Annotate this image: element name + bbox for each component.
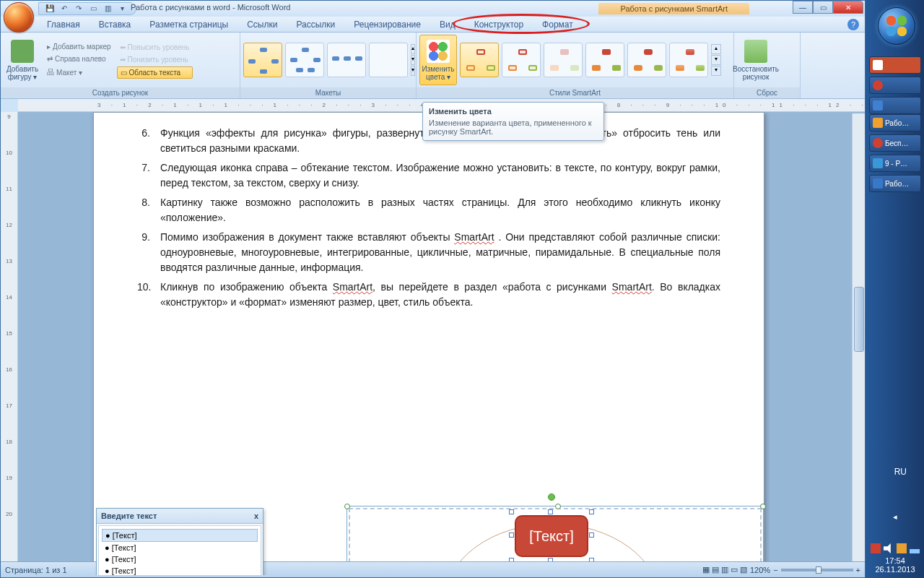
textpane-item[interactable]: ● [Текст] [102, 553, 258, 565]
taskbar-app[interactable]: Рабо… [869, 175, 921, 192]
gallery-up[interactable]: ▴ [711, 44, 721, 54]
tab-references[interactable]: Ссылки [238, 17, 286, 32]
reset-button[interactable]: Восстановить рисунок [737, 35, 775, 85]
undo-icon[interactable]: ↶ [59, 4, 69, 14]
styles-gallery[interactable] [460, 43, 708, 77]
gallery-up[interactable]: ▴ [411, 44, 415, 54]
list-item: 7.Следующая иконка справа – обтекание те… [137, 160, 720, 191]
start-button[interactable] [878, 7, 915, 45]
vertical-scrollbar[interactable] [852, 113, 865, 561]
textpane-item[interactable]: ● [Текст] [102, 529, 258, 542]
add-shape-button[interactable]: Добавить фигуру ▾ [4, 35, 41, 85]
tray-network-icon[interactable] [910, 543, 920, 553]
scrollbar-thumb[interactable] [854, 287, 864, 352]
textpane-list[interactable]: ● [Текст] ● [Текст] ● [Текст] ● [Текст] … [98, 525, 261, 575]
style-option[interactable] [460, 43, 499, 77]
tab-insert[interactable]: Вставка [90, 17, 140, 32]
textpane-toggle[interactable]: ▭ Область текста [117, 66, 193, 79]
change-colors-button[interactable]: Изменить цвета ▾ [419, 35, 457, 85]
layout-option[interactable] [369, 43, 408, 77]
resize-handle[interactable] [555, 504, 561, 509]
quicklaunch-item[interactable] [869, 97, 921, 114]
gallery-more[interactable]: ▾ [411, 66, 415, 76]
group-reset: Сброс [734, 87, 800, 98]
tab-review[interactable]: Рецензирование [345, 17, 430, 32]
tooltip-title: Изменить цвета [429, 107, 598, 116]
taskbar-app[interactable]: Бесп… [869, 134, 921, 152]
layout-option[interactable] [243, 43, 282, 77]
smartart-text-pane[interactable]: Введите текстx ● [Текст] ● [Текст] ● [Те… [96, 508, 263, 575]
style-option[interactable] [627, 43, 666, 77]
textpane-close-icon[interactable]: x [254, 512, 258, 520]
taskbar-app[interactable]: Рабо… [869, 114, 921, 131]
help-icon[interactable]: ? [847, 19, 859, 30]
list-item: 8.Картинку также возможно расположить в … [137, 195, 720, 225]
demote-button: ➡ Понизить уровень [117, 54, 193, 65]
system-tray: ◂ 17:54 26.11.2013 [869, 512, 921, 574]
tooltip: Изменить цвета Изменение варианта цвета,… [422, 102, 604, 141]
layout-button[interactable]: 品 Макет ▾ [44, 66, 114, 79]
tab-format[interactable]: Формат [533, 17, 582, 32]
gallery-down[interactable]: ▾ [411, 55, 415, 65]
resize-handle[interactable] [344, 504, 350, 509]
rotate-handle[interactable] [548, 493, 555, 501]
textpane-item[interactable]: ● [Текст] [102, 565, 258, 575]
minimize-button[interactable]: — [793, 1, 813, 14]
page-indicator[interactable]: Страница: 1 из 1 [5, 566, 67, 574]
quicklaunch-item[interactable] [869, 77, 921, 94]
qat-dropdown-icon[interactable]: ▾ [117, 4, 127, 14]
titlebar: 💾 ↶ ↷ ▭ ▥ ▾ Работа с рисунками в word - … [1, 1, 865, 17]
language-indicator[interactable]: RU [894, 467, 907, 477]
layout-option[interactable] [327, 43, 366, 77]
maximize-button[interactable]: ▭ [813, 1, 833, 14]
quicklaunch-item[interactable] [869, 56, 921, 74]
tab-design[interactable]: Конструктор [466, 17, 532, 32]
window-title: Работа с рисунками в word - Microsoft Wo… [131, 3, 290, 14]
rtl-button[interactable]: ⇄ Справа налево [44, 53, 114, 64]
zoom-knob[interactable] [816, 566, 821, 574]
tooltip-body: Изменение варианта цвета, примененного к… [429, 118, 598, 136]
office-button[interactable] [4, 2, 34, 33]
clock-date[interactable]: 26.11.2013 [869, 565, 921, 574]
tab-home[interactable]: Главная [38, 17, 89, 32]
resize-handle[interactable] [760, 504, 766, 509]
promote-button: ⬅ Повысить уровень [117, 42, 193, 53]
style-option[interactable] [502, 43, 541, 77]
zoom-out-button[interactable]: − [773, 566, 777, 574]
document-area[interactable]: 6.Функция «эффекты для рисунка» фигуры, … [18, 112, 865, 575]
vertical-ruler[interactable]: 91011121314151617181920 [1, 112, 18, 575]
close-button[interactable]: ✕ [833, 1, 863, 14]
quick-access-toolbar: 💾 ↶ ↷ ▭ ▥ ▾ [38, 2, 136, 15]
style-option[interactable] [544, 43, 583, 77]
zoom-slider[interactable] [781, 569, 853, 571]
zoom-in-button[interactable]: + [856, 566, 860, 574]
style-option[interactable] [585, 43, 624, 77]
taskbar-app[interactable]: 9 - P… [869, 155, 921, 172]
selection-handles[interactable] [512, 512, 591, 560]
tab-view[interactable]: Вид [431, 17, 464, 32]
page: 6.Функция «эффекты для рисунка» фигуры, … [93, 112, 764, 575]
tab-layout[interactable]: Разметка страницы [141, 17, 237, 32]
add-bullet-button[interactable]: ▸ Добавить маркер [44, 41, 114, 52]
group-create: Создать рисунок [1, 87, 240, 98]
view-buttons[interactable]: ▦ ▤ ▥ ▭ ▧ [702, 565, 747, 574]
gallery-down[interactable]: ▾ [711, 55, 721, 65]
group-styles: Стили SmartArt [417, 87, 733, 98]
tab-mailings[interactable]: Рассылки [287, 17, 344, 32]
tray-icon[interactable] [871, 543, 881, 553]
redo-icon[interactable]: ↷ [74, 4, 84, 14]
tray-icon[interactable] [897, 543, 907, 553]
zoom-level[interactable]: 120% [750, 566, 770, 574]
layout-option[interactable] [285, 43, 324, 77]
qat-item[interactable]: ▭ [88, 4, 98, 14]
qat-item[interactable]: ▥ [103, 4, 113, 14]
gallery-more[interactable]: ▾ [711, 66, 721, 76]
style-option[interactable] [669, 43, 708, 77]
group-layouts: Макеты [240, 87, 416, 98]
textpane-item[interactable]: ● [Текст] [102, 542, 258, 553]
save-icon[interactable]: 💾 [45, 4, 55, 14]
tray-volume-icon[interactable] [884, 543, 894, 553]
layouts-gallery[interactable] [243, 43, 408, 77]
ribbon-tabs: Главная Вставка Разметка страницы Ссылки… [1, 17, 865, 33]
clock-time[interactable]: 17:54 [869, 556, 921, 565]
